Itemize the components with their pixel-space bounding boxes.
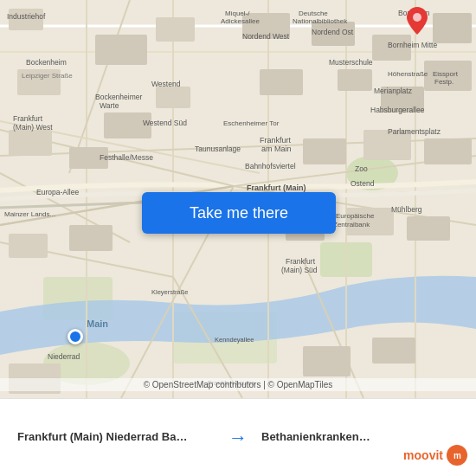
svg-text:Warte: Warte — [100, 101, 119, 110]
svg-text:Westend Süd: Westend Süd — [143, 119, 187, 127]
svg-text:Europäische: Europäische — [336, 212, 375, 220]
svg-rect-53 — [303, 346, 351, 376]
copyright-text: © OpenStreetMap contributors | © OpenMap… — [0, 378, 476, 391]
svg-text:Mainzer Lands...: Mainzer Lands... — [4, 210, 55, 218]
moovit-logo: moovit m — [403, 445, 467, 466]
svg-text:Adickesallee: Adickesallee — [221, 17, 260, 25]
destination-station-name: Bethanienkranken… — [261, 430, 459, 445]
map-container: Main — [0, 0, 476, 398]
svg-text:Kleyerstraße: Kleyerstraße — [151, 288, 189, 296]
svg-rect-35 — [433, 13, 472, 43]
svg-text:Mühlberg: Mühlberg — [391, 205, 422, 214]
svg-rect-38 — [260, 69, 303, 95]
svg-text:(Main) Süd: (Main) Süd — [281, 266, 318, 274]
svg-rect-48 — [69, 225, 113, 251]
bottom-bar: Frankfurt (Main) Niederrad Ba… → Bethani… — [0, 398, 476, 476]
svg-text:Merianplatz: Merianplatz — [374, 87, 412, 95]
svg-text:Niederrad: Niederrad — [48, 352, 80, 361]
svg-text:(Main) West: (Main) West — [13, 123, 53, 132]
svg-text:Kenndeyallee: Kenndeyallee — [215, 336, 254, 344]
svg-text:Bockenheim: Bockenheim — [26, 58, 67, 67]
svg-text:Europa-Allee: Europa-Allee — [36, 188, 79, 196]
svg-text:Main: Main — [87, 318, 108, 329]
origin-station-name: Frankfurt (Main) Niederrad Ba… — [17, 430, 215, 445]
svg-rect-47 — [9, 234, 48, 258]
svg-text:Habsburgerallee: Habsburgerallee — [370, 106, 425, 114]
svg-text:Frankfurt: Frankfurt — [286, 257, 316, 266]
svg-text:Miquel-/: Miquel-/ — [225, 10, 250, 17]
svg-text:Parlamentsplatz: Parlamentsplatz — [388, 127, 441, 136]
svg-rect-37 — [156, 87, 190, 108]
svg-text:Eissport: Eissport — [433, 70, 459, 78]
svg-text:am Main: am Main — [261, 145, 292, 153]
svg-text:Nordend West: Nordend West — [242, 32, 290, 41]
svg-rect-31 — [156, 17, 195, 42]
origin-marker — [68, 329, 83, 344]
svg-rect-54 — [372, 338, 415, 363]
svg-text:Taunusanlage: Taunusanlage — [195, 145, 241, 153]
svg-text:Frankfurt: Frankfurt — [13, 114, 43, 123]
svg-text:Festp.: Festp. — [434, 78, 453, 86]
take-me-there-button[interactable]: Take me there — [142, 192, 336, 234]
svg-text:Höhenstraße: Höhenstraße — [388, 70, 428, 78]
moovit-icon: m — [447, 445, 467, 466]
svg-text:Zentralbank: Zentralbank — [333, 221, 370, 228]
origin-station: Frankfurt (Main) Niederrad Ba… — [10, 430, 222, 445]
svg-text:Nationalbibliothek: Nationalbibliothek — [293, 17, 348, 25]
destination-station: Bethanienkranken… — [254, 430, 466, 445]
svg-text:Eschenheimer Tor: Eschenheimer Tor — [223, 119, 280, 127]
svg-text:Leipziger Straße: Leipziger Straße — [22, 72, 73, 80]
svg-rect-44 — [303, 138, 346, 164]
svg-text:Frankfurt (Main): Frankfurt (Main) — [247, 183, 306, 192]
svg-rect-39 — [338, 69, 372, 91]
moovit-text: moovit — [403, 448, 443, 462]
svg-text:Industriehof: Industriehof — [7, 12, 46, 21]
svg-point-101 — [413, 13, 421, 22]
destination-marker — [407, 7, 428, 35]
svg-rect-46 — [424, 138, 472, 164]
svg-text:m: m — [453, 451, 461, 460]
svg-text:Frankfurt: Frankfurt — [260, 136, 292, 145]
svg-rect-51 — [407, 216, 450, 241]
svg-text:Musterschule: Musterschule — [329, 58, 373, 67]
svg-text:Ostend: Ostend — [351, 179, 375, 188]
svg-text:Deutsche: Deutsche — [299, 10, 328, 17]
svg-text:Bahnhofsviertel: Bahnhofsviertel — [245, 162, 296, 170]
svg-text:Festhalle/Messe: Festhalle/Messe — [100, 153, 153, 162]
route-arrow: → — [222, 427, 254, 449]
svg-text:Bockenheimer: Bockenheimer — [95, 93, 143, 101]
svg-text:Nordend Ost: Nordend Ost — [312, 28, 354, 36]
svg-text:Westend: Westend — [151, 80, 181, 88]
svg-text:Bornheim Mitte: Bornheim Mitte — [388, 41, 437, 49]
svg-rect-42 — [9, 130, 52, 156]
svg-text:Zoo: Zoo — [355, 164, 368, 173]
svg-rect-30 — [95, 35, 147, 65]
